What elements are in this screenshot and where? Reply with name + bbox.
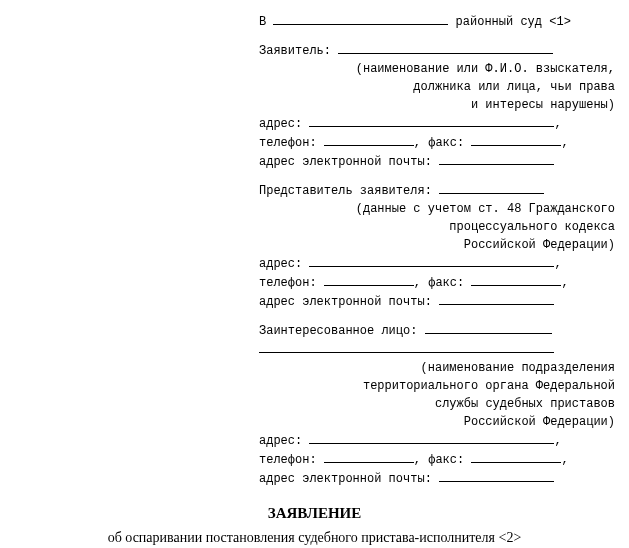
interested-note-3: службы судебных приставов	[259, 395, 615, 413]
representative-note-3: Российской Федерации)	[259, 236, 615, 254]
fax-label-2: факс:	[428, 276, 464, 290]
applicant-note-1: (наименование или Ф.И.О. взыскателя,	[259, 60, 615, 78]
applicant-email-input[interactable]	[439, 152, 554, 165]
interested-note-4: Российской Федерации)	[259, 413, 615, 431]
applicant-note-3: и интересы нарушены)	[259, 96, 615, 114]
email-label-3: адрес электронной почты:	[259, 472, 432, 486]
interested-email-input[interactable]	[439, 469, 554, 482]
to-prefix: В	[259, 15, 266, 29]
interested-input-2[interactable]	[259, 340, 554, 353]
representative-label: Представитель заявителя:	[259, 184, 432, 198]
fax-label-3: факс:	[428, 453, 464, 467]
applicant-note-2: должника или лица, чьи права	[259, 78, 615, 96]
interested-note-2: территориального органа Федеральной	[259, 377, 615, 395]
interested-address-input[interactable]	[309, 431, 554, 444]
applicant-address-input[interactable]	[309, 114, 554, 127]
interested-phone-input[interactable]	[324, 450, 414, 463]
address-label-1: адрес:	[259, 117, 302, 131]
representative-phone-input[interactable]	[324, 273, 414, 286]
interested-label: Заинтересованное лицо:	[259, 324, 417, 338]
document-subtitle: об оспаривании постановления судебного п…	[14, 527, 615, 548]
to-suffix: районный суд <1>	[456, 15, 571, 29]
representative-address-input[interactable]	[309, 254, 554, 267]
fax-label-1: факс:	[428, 136, 464, 150]
phone-label-3: телефон:	[259, 453, 317, 467]
representative-input[interactable]	[439, 181, 544, 194]
email-label-1: адрес электронной почты:	[259, 155, 432, 169]
email-label-2: адрес электронной почты:	[259, 295, 432, 309]
applicant-phone-input[interactable]	[324, 133, 414, 146]
representative-note-1: (данные с учетом ст. 48 Гражданского	[259, 200, 615, 218]
phone-label-2: телефон:	[259, 276, 317, 290]
document-title: ЗАЯВЛЕНИЕ	[14, 502, 615, 525]
interested-input[interactable]	[425, 321, 552, 334]
applicant-label: Заявитель:	[259, 44, 331, 58]
court-name-input[interactable]	[273, 12, 448, 25]
interested-fax-input[interactable]	[471, 450, 561, 463]
applicant-input[interactable]	[338, 41, 553, 54]
representative-fax-input[interactable]	[471, 273, 561, 286]
interested-note-1: (наименование подразделения	[259, 359, 615, 377]
representative-note-2: процессуального кодекса	[259, 218, 615, 236]
applicant-fax-input[interactable]	[471, 133, 561, 146]
phone-label-1: телефон:	[259, 136, 317, 150]
address-label-3: адрес:	[259, 434, 302, 448]
address-label-2: адрес:	[259, 257, 302, 271]
representative-email-input[interactable]	[439, 292, 554, 305]
